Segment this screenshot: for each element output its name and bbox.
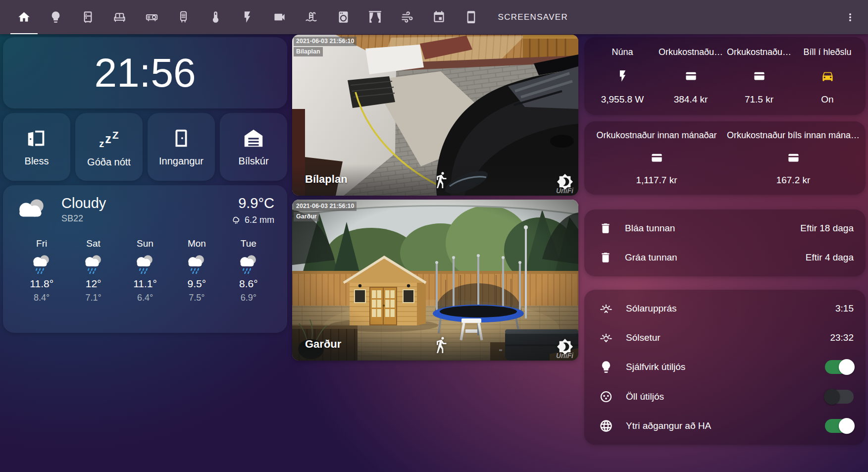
garage-button[interactable]: Bílskúr: [220, 113, 287, 181]
forecast-day: Mon 9.5° 7.5°: [171, 238, 222, 303]
projector-icon: [145, 10, 158, 24]
rain-icon: [231, 214, 242, 225]
power-socket-icon: [599, 390, 613, 404]
garbage-row-gray-bin[interactable]: Gráa tunnan Eftir 4 daga: [584, 244, 866, 271]
tab-kitchen[interactable]: [72, 0, 104, 34]
forecast-day: Tue 8.6° 6.9°: [223, 238, 274, 303]
all-outdoor-lights-row: Öll útiljós: [584, 382, 866, 411]
app-bar: SCREENSAVER: [0, 0, 868, 34]
tab-calendar[interactable]: [423, 0, 456, 34]
quick-button-label: Inngangur: [159, 156, 204, 167]
stat-energy-cost[interactable]: Orkukostnaðu… 384.4 kr: [657, 44, 725, 108]
video-camera-icon: [273, 10, 286, 24]
trash-icon: [599, 251, 612, 264]
weather-current: Cloudy SB22 9.9°C 6.2 mm: [16, 195, 274, 225]
forecast-day: Sat 12° 7.1°: [67, 238, 119, 303]
all-outdoor-lights-toggle[interactable]: [825, 390, 854, 404]
calendar-icon: [432, 10, 446, 24]
camera-timestamp: 2021-06-03 21:56:10: [294, 37, 357, 46]
forecast-day: Sun 11.1° 6.4°: [119, 238, 171, 303]
sunset-row[interactable]: Sólsetur 23:32: [584, 323, 866, 352]
camera-overlay-info: 2021-06-03 21:56:10 Bílaplan: [294, 37, 357, 56]
brightness-icon[interactable]: [557, 338, 573, 355]
tab-energy[interactable]: [232, 0, 264, 34]
rainy-cloud-icon: [237, 253, 260, 275]
toggle-thumb: [824, 389, 840, 405]
tab-home[interactable]: [8, 0, 40, 34]
rainy-cloud-icon: [82, 253, 105, 275]
dots-vertical-icon: [844, 11, 856, 23]
tab-tablet[interactable]: [455, 0, 487, 34]
stat-month-car-cost[interactable]: Orkukostnaður bíls innan mána… 167.2 kr: [725, 127, 862, 189]
stat-car-charging[interactable]: Bíll í hleðslu On: [793, 44, 862, 108]
camera-corner-controls: UniFi: [556, 338, 573, 360]
sleep-zzz-icon: z z Z: [99, 126, 118, 151]
tab-cameras[interactable]: [263, 0, 296, 34]
brightness-icon[interactable]: [557, 173, 573, 190]
tab-lights[interactable]: [40, 0, 72, 34]
quick-button-label: Bless: [25, 156, 49, 167]
forecast-day: Fri 11.8° 8.4°: [16, 238, 67, 303]
tab-livingroom[interactable]: [104, 0, 136, 34]
garbage-row-blue-bin[interactable]: Bláa tunnan Eftir 18 daga: [584, 214, 866, 242]
cash-icon: [753, 69, 766, 83]
overflow-menu-button[interactable]: [840, 7, 860, 27]
rainy-cloud-icon: [30, 253, 53, 275]
fridge-icon: [81, 10, 95, 24]
sunset-icon: [599, 331, 613, 345]
cloudy-icon: [16, 197, 49, 222]
weather-station: SB22: [61, 213, 106, 224]
toggle-thumb: [839, 418, 855, 434]
cash-icon: [684, 69, 698, 83]
wind-icon: [401, 10, 414, 24]
lightbulb-icon: [599, 360, 613, 374]
flash-icon: [616, 69, 629, 83]
auto-outdoor-lights-toggle[interactable]: [825, 360, 854, 374]
quick-button-label: Góða nótt: [87, 157, 131, 168]
motion-walk-icon[interactable]: [432, 337, 450, 355]
quick-buttons-row: Bless z z Z Góða nótt Inngangur Bílskúr: [3, 113, 287, 181]
screensaver-tab-label[interactable]: SCREENSAVER: [498, 12, 568, 22]
tab-climate[interactable]: [200, 0, 232, 34]
external-access-row: Ytri aðgangur að HA: [584, 412, 866, 440]
trash-icon: [599, 222, 612, 235]
weather-condition: Cloudy: [61, 195, 106, 211]
motion-walk-icon[interactable]: [432, 172, 450, 190]
garbage-card: Bláa tunnan Eftir 18 daga Gráa tunnan Ef…: [584, 210, 866, 276]
lightbulb-icon: [49, 10, 62, 24]
stat-month-cost[interactable]: Orkukostnaður innan mánaðar 1,117.7 kr: [588, 127, 725, 189]
washing-machine-icon: [337, 10, 350, 24]
weather-precipitation: 6.2 mm: [231, 214, 274, 225]
car-icon: [821, 69, 834, 83]
weather-card[interactable]: Cloudy SB22 9.9°C 6.2 mm Fri 11.8° 8.4° …: [3, 185, 287, 333]
entrance-button[interactable]: Inngangur: [148, 113, 215, 181]
tab-curtains[interactable]: [359, 0, 392, 34]
stat-power-now[interactable]: Núna 3,955.8 W: [588, 44, 657, 108]
garage-icon: [242, 127, 265, 150]
camera-bilaplan[interactable]: 2021-06-03 21:56:10 Bílaplan Bílaplan Un…: [292, 35, 578, 196]
stat-energy-cost-2[interactable]: Orkukostnaðu… 71.5 kr: [725, 44, 793, 108]
rainy-cloud-icon: [134, 253, 156, 275]
tab-pool[interactable]: [296, 0, 328, 34]
goodnight-button[interactable]: z z Z Góða nótt: [75, 113, 143, 181]
camera-gardur[interactable]: 2021-06-03 21:56:10 Garður Garður UniFi: [292, 200, 578, 361]
tab-media[interactable]: [136, 0, 168, 34]
dashboard-screen: SCREENSAVER 21:56 Bless z z Z Góða nótt …: [0, 0, 868, 472]
clock-time: 21:56: [94, 52, 196, 93]
sunrise-icon: [599, 302, 613, 315]
camera-corner-controls: UniFi: [556, 173, 573, 195]
tab-water-heater[interactable]: [168, 0, 200, 34]
door-icon: [170, 127, 193, 150]
bless-button[interactable]: Bless: [3, 113, 70, 181]
water-heater-icon: [177, 10, 190, 24]
camera-name-label: Bílaplan: [305, 173, 348, 186]
pool-icon: [305, 10, 318, 24]
thermometer-icon: [209, 10, 222, 24]
external-access-toggle[interactable]: [825, 419, 854, 433]
tab-ventilation[interactable]: [391, 0, 423, 34]
cash-icon: [650, 151, 664, 164]
camera-name-label: Garður: [305, 338, 341, 351]
tab-laundry[interactable]: [327, 0, 359, 34]
sunrise-row[interactable]: Sólarupprás 3:15: [584, 294, 866, 323]
curtains-icon: [368, 10, 382, 24]
